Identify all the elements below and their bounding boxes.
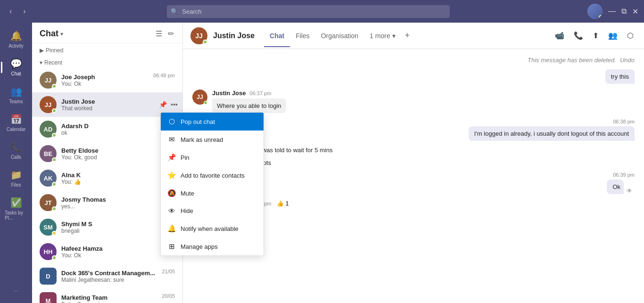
chat-info-alna: Alna K You: 👍 — [61, 172, 163, 185]
chat-more-button[interactable]: ••• — [170, 100, 179, 109]
msg-header-justin1: Justin Jose 06:37 pm — [212, 90, 635, 97]
avatar-shymi: SM — [40, 219, 57, 236]
chat-info-betty: Betty Eldose You: Ok, good — [61, 147, 163, 161]
ctx-pin[interactable]: 📌 Pin — [161, 148, 264, 166]
nav-controls: ‹ › — [6, 5, 30, 17]
audio-call-button[interactable]: 📞 — [571, 29, 586, 42]
ctx-mark-unread[interactable]: ✉ Mark as unread — [161, 131, 264, 148]
chat-title-chevron-icon[interactable]: ▾ — [60, 31, 63, 37]
msg-time-justin1: 06:37 pm — [250, 90, 272, 96]
pinned-label: Pinned — [46, 47, 63, 54]
tasks-icon: ✅ — [10, 197, 22, 208]
tab-more-chevron-icon: ▾ — [392, 32, 396, 40]
user-avatar[interactable] — [587, 4, 603, 19]
sidebar-label-files: Files — [11, 182, 21, 188]
ctx-add-favorite[interactable]: ⭐ Add to favorite contacts — [161, 166, 264, 184]
chat-list-header: Chat ▾ ☰ ✏ — [32, 23, 182, 43]
chat-info-adarsh: Adarsh D ok — [61, 123, 163, 136]
add-tab-button[interactable]: + — [401, 25, 414, 47]
status-dot-betty — [52, 157, 57, 162]
msg-content-justin1: Justin Jose 06:37 pm Where you able to l… — [212, 90, 635, 113]
status-dot-joe — [52, 84, 57, 89]
chat-header-actions: ☰ ✏ — [155, 28, 175, 39]
tab-chat[interactable]: Chat — [264, 25, 290, 47]
chat-preview-hafeez: You: Ok — [61, 252, 175, 259]
search-input[interactable] — [167, 5, 450, 18]
nav-back-button[interactable]: ‹ — [6, 5, 16, 17]
open-popout-button[interactable]: ⬡ — [624, 29, 636, 42]
chat-panel-title: Chat — [40, 29, 58, 39]
status-dot-hafeez — [52, 255, 57, 260]
contact-name: Justin Jose — [213, 32, 255, 40]
mute-icon: 🔕 — [167, 189, 176, 197]
chat-item-dock[interactable]: D Dock 365's Contract Managem... Malini … — [32, 264, 182, 288]
notify-icon: 🔔 — [167, 224, 176, 233]
chat-info-shymi: Shymi M S bnegali — [61, 221, 160, 234]
chat-preview-betty: You: Ok, good — [61, 154, 163, 161]
pinned-section-label[interactable]: ▶ Pinned — [32, 43, 182, 56]
contact-avatar: JJ — [190, 27, 207, 44]
chat-preview-shymi: bnegali — [61, 228, 160, 234]
ctx-mark-unread-label: Mark as unread — [181, 136, 223, 143]
chat-filter-button[interactable]: ☰ — [155, 28, 163, 39]
avatar-joe: JJ — [40, 72, 57, 89]
new-chat-button[interactable]: ✏ — [167, 28, 175, 39]
avatar-betty: BE — [40, 145, 57, 162]
chat-name-hafeez: Hafeez Hamza — [61, 245, 175, 252]
ctx-mute[interactable]: 🔕 Mute — [161, 184, 264, 202]
avatar-josmy: JT — [40, 194, 57, 211]
video-call-button[interactable]: 📹 — [552, 29, 567, 42]
tab-more[interactable]: 1 more ▾ — [364, 25, 401, 47]
msg-time-right1: 06:38 pm — [613, 119, 635, 124]
chat-preview-adarsh: ok — [61, 130, 163, 136]
ctx-add-favorite-label: Add to favorite contacts — [181, 172, 245, 179]
sidebar-item-activity[interactable]: 🔔 Activity — [3, 26, 29, 52]
sidebar-item-chat[interactable]: 💬 Chat — [3, 54, 29, 80]
tab-files[interactable]: Files — [290, 25, 315, 47]
chat-pin-button[interactable]: 📌 — [158, 100, 168, 109]
ctx-pin-label: Pin — [181, 154, 190, 161]
ctx-manage-apps-label: Manage apps — [181, 243, 218, 250]
sidebar-item-calendar[interactable]: 📅 Calendar — [3, 110, 29, 136]
favorite-icon: ⭐ — [167, 171, 176, 180]
sidebar-label-calls: Calls — [11, 155, 21, 160]
ctx-pop-out[interactable]: ⬡ Pop out chat — [161, 113, 264, 131]
chat-item-joe[interactable]: JJ Joe Joseph You: Ok 06:48 pm — [32, 68, 182, 92]
nav-forward-button[interactable]: › — [19, 5, 29, 17]
tab-organisation[interactable]: Organisation — [315, 25, 364, 47]
chat-time-dock: 21/05 — [162, 269, 175, 274]
activity-icon: 🔔 — [10, 30, 22, 41]
avatar-adarsh: AD — [40, 121, 57, 138]
main-container: 🔔 Activity 💬 Chat 👥 Teams 📅 Calendar 📞 C… — [0, 23, 644, 303]
seen-icon: 👁 — [627, 188, 632, 194]
recent-chevron-icon: ▾ — [40, 59, 42, 66]
calendar-icon: 📅 — [10, 114, 22, 125]
status-dot-josmy — [52, 206, 57, 211]
ctx-notify-label: Notify when available — [181, 225, 239, 232]
recent-section-label[interactable]: ▾ Recent — [32, 56, 182, 68]
status-dot-justin — [52, 108, 57, 113]
chat-item-marketing[interactable]: M Marketing Team Betty: Sent an image 20… — [32, 288, 182, 303]
sidebar-item-files[interactable]: 📁 Files — [3, 165, 29, 191]
restore-button[interactable]: ⧉ — [621, 7, 627, 16]
user-status-dot — [599, 15, 603, 19]
minimize-button[interactable]: — — [608, 7, 616, 16]
undo-button[interactable]: Undo — [620, 57, 635, 64]
ctx-hide[interactable]: 👁 Hide — [161, 202, 264, 220]
sidebar-item-tasks[interactable]: ✅ Tasks by Pl... — [3, 193, 29, 224]
add-people-button[interactable]: 👥 — [605, 29, 620, 42]
chat-name-marketing: Marketing Team — [61, 294, 157, 301]
sidebar-more-button[interactable]: ··· — [3, 285, 29, 297]
chat-info-hafeez: Hafeez Hamza You: Ok — [61, 245, 175, 259]
sidebar-item-teams[interactable]: 👥 Teams — [3, 82, 29, 108]
chat-name-shymi: Shymi M S — [61, 221, 160, 228]
chat-name-adarsh: Adarsh D — [61, 123, 163, 130]
ctx-manage-apps[interactable]: ⊞ Manage apps — [161, 237, 264, 255]
close-button[interactable]: ✕ — [632, 7, 638, 16]
msg-header-justin4: Justin Jose 06:41 pm 👍 1 — [212, 200, 635, 207]
chat-preview-dock: Malini Jegatheesan: sure — [61, 277, 157, 283]
share-screen-button[interactable]: ⬆ — [590, 29, 602, 42]
sidebar-item-calls[interactable]: 📞 Calls — [3, 138, 29, 164]
ctx-notify[interactable]: 🔔 Notify when available — [161, 220, 264, 237]
chat-tabs: Chat Files Organisation 1 more ▾ + — [264, 25, 413, 47]
